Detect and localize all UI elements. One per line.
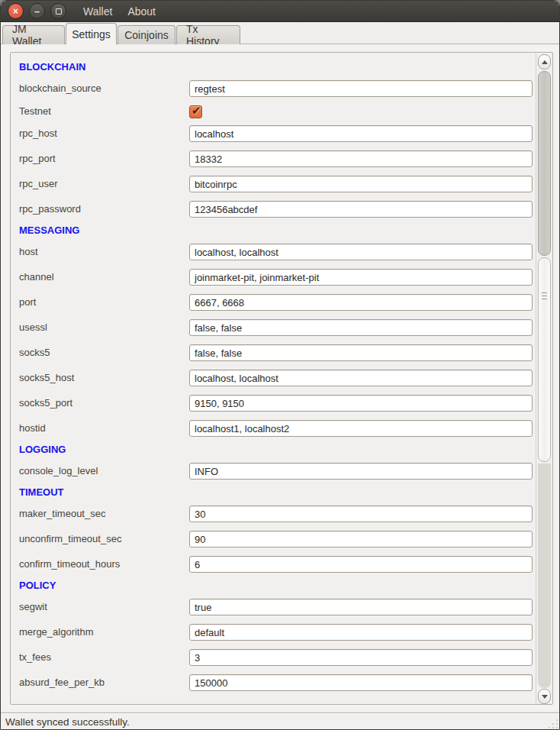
field-label-testnet: Testnet	[19, 103, 183, 120]
tab-bar: JM WalletSettingsCoinjoinsTx History	[1, 22, 560, 44]
section-header-messaging: MESSAGING	[19, 224, 79, 238]
tab-tx-history[interactable]: Tx History	[176, 25, 240, 44]
field-label-rpc_host: rpc_host	[19, 125, 183, 142]
window-minimize-button[interactable]: –	[29, 3, 45, 19]
tab-settings[interactable]: Settings	[66, 23, 117, 44]
section-header-logging: LOGGING	[19, 444, 66, 457]
field-input-console_log_level[interactable]	[189, 463, 533, 480]
field-input-maker_timeout_sec[interactable]	[189, 506, 533, 522]
section-header-blockchain: BLOCKCHAIN	[19, 61, 85, 75]
tab-coinjoins[interactable]: Coinjoins	[117, 25, 175, 44]
maximize-icon	[56, 8, 62, 15]
section-header-policy: POLICY	[19, 580, 56, 593]
field-label-absurd_fee_per_kb: absurd_fee_per_kb	[19, 674, 183, 691]
field-label-port: port	[19, 294, 183, 311]
settings-tab-page: BLOCKCHAINblockchain_sourceTestnet✔rpc_h…	[1, 44, 560, 710]
field-input-rpc_user[interactable]	[189, 176, 533, 192]
field-label-socks5: socks5	[19, 344, 183, 361]
field-label-rpc_user: rpc_user	[19, 176, 183, 192]
field-label-usessl: usessl	[19, 319, 183, 336]
scrollbar-trough-lower[interactable]	[538, 464, 551, 688]
field-input-channel[interactable]	[189, 269, 533, 286]
field-input-socks5_port[interactable]	[189, 395, 533, 412]
field-label-socks5_port: socks5_port	[19, 395, 183, 412]
resize-grip[interactable]	[547, 718, 558, 728]
status-message: Wallet synced successfully.	[5, 716, 130, 728]
menu-item-wallet[interactable]: Wallet	[76, 2, 120, 21]
field-label-rpc_password: rpc_password	[19, 201, 183, 218]
scrollbar-thumb[interactable]	[538, 257, 551, 462]
scrollbar-trough-upper[interactable]	[538, 71, 551, 256]
field-label-segwit: segwit	[19, 599, 183, 615]
field-label-maker_timeout_sec: maker_timeout_sec	[19, 506, 183, 522]
scrollbar-up-button[interactable]	[538, 54, 551, 69]
field-input-blockchain_source[interactable]	[189, 80, 533, 97]
field-input-segwit[interactable]	[189, 599, 533, 615]
field-label-socks5_host: socks5_host	[19, 370, 183, 386]
section-header-timeout: TIMEOUT	[19, 486, 64, 500]
field-input-absurd_fee_per_kb[interactable]	[189, 674, 533, 691]
menu-item-about[interactable]: About	[120, 2, 163, 21]
field-label-rpc_port: rpc_port	[19, 150, 183, 167]
field-label-tx_fees: tx_fees	[19, 649, 183, 666]
field-label-host: host	[19, 244, 183, 260]
field-input-usessl[interactable]	[189, 319, 533, 336]
field-label-unconfirm_timeout_sec: unconfirm_timeout_sec	[19, 531, 183, 548]
checkbox-testnet[interactable]: ✔	[189, 105, 202, 118]
field-input-socks5[interactable]	[189, 344, 533, 361]
field-label-channel: channel	[19, 269, 183, 286]
checkmark-icon: ✔	[191, 104, 201, 118]
field-label-console_log_level: console_log_level	[19, 463, 183, 480]
field-input-confirm_timeout_hours[interactable]	[189, 556, 533, 573]
field-input-merge_algorithm[interactable]	[189, 624, 533, 641]
settings-form: BLOCKCHAINblockchain_sourceTestnet✔rpc_h…	[11, 53, 536, 704]
scrollbar-grip-icon	[541, 292, 548, 301]
close-icon: ×	[13, 7, 18, 16]
field-label-confirm_timeout_hours: confirm_timeout_hours	[19, 556, 183, 573]
arrow-up-icon	[542, 60, 548, 64]
application-window: × – WalletAbout JM WalletSettingsCoinjoi…	[0, 0, 560, 730]
field-input-rpc_password[interactable]	[189, 201, 533, 218]
settings-scroll-area: BLOCKCHAINblockchain_sourceTestnet✔rpc_h…	[10, 52, 553, 705]
field-input-hostid[interactable]	[189, 420, 533, 437]
field-label-merge_algorithm: merge_algorithm	[19, 624, 183, 641]
field-input-rpc_port[interactable]	[189, 150, 533, 167]
status-bar: Wallet synced successfully.	[1, 712, 560, 730]
menubar: WalletAbout	[76, 2, 163, 21]
field-input-tx_fees[interactable]	[189, 649, 533, 666]
minimize-icon: –	[34, 7, 40, 16]
tab-jm-wallet[interactable]: JM Wallet	[2, 25, 65, 44]
field-input-socks5_host[interactable]	[189, 370, 533, 386]
window-close-button[interactable]: ×	[8, 3, 24, 19]
vertical-scrollbar[interactable]	[536, 53, 552, 705]
field-label-blockchain_source: blockchain_source	[19, 80, 183, 97]
arrow-down-icon	[542, 695, 548, 699]
scrollbar-down-button[interactable]	[538, 689, 551, 704]
field-input-unconfirm_timeout_sec[interactable]	[189, 531, 533, 548]
field-input-rpc_host[interactable]	[189, 125, 533, 142]
field-input-host[interactable]	[189, 244, 533, 260]
field-label-hostid: hostid	[19, 420, 183, 437]
field-input-port[interactable]	[189, 294, 533, 311]
window-maximize-button[interactable]	[50, 3, 66, 19]
titlebar: × – WalletAbout	[1, 1, 560, 22]
